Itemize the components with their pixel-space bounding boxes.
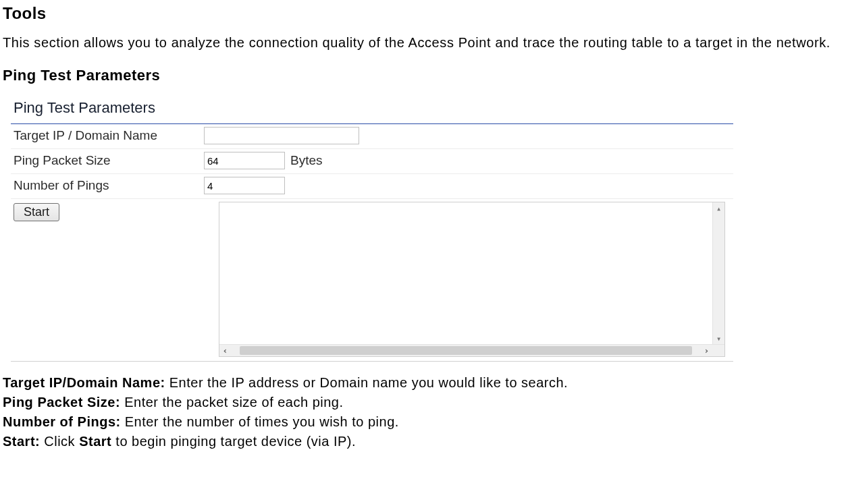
scroll-left-icon[interactable]: ‹ [219,345,231,356]
ping-results-box[interactable]: ▴ ▾ ‹ › [219,202,725,357]
desc-start-post: to begin pinging target device (via IP). [111,434,356,449]
scroll-up-icon[interactable]: ▴ [713,202,724,214]
row-target: Target IP / Domain Name [11,124,733,149]
panel-header: Ping Test Parameters [11,94,733,124]
desc-size-term: Ping Packet Size: [3,395,120,410]
row-start: Start ▴ ▾ ‹ › [11,199,733,361]
section-heading: Ping Test Parameters [3,67,843,84]
horizontal-scrollbar[interactable]: ‹ › [219,344,724,356]
scroll-down-icon[interactable]: ▾ [713,333,724,344]
desc-start-term: Start: [3,434,40,449]
desc-target: Target IP/Domain Name: Enter the IP addr… [3,375,843,391]
vertical-scrollbar[interactable]: ▴ ▾ [712,202,724,344]
packet-size-input[interactable] [204,152,285,169]
ping-test-panel: Ping Test Parameters Target IP / Domain … [11,94,733,362]
scroll-right-icon[interactable]: › [701,345,712,356]
scroll-corner [713,345,724,356]
label-packet-size: Ping Packet Size [11,149,204,172]
row-ping-count: Number of Pings [11,174,733,199]
desc-count: Number of Pings: Enter the number of tim… [3,414,843,430]
desc-start-pre: Click [40,434,79,449]
desc-count-term: Number of Pings: [3,414,121,429]
desc-start: Start: Click Start to begin pinging targ… [3,434,843,449]
desc-size-text: Enter the packet size of each ping. [120,395,343,410]
desc-target-term: Target IP/Domain Name: [3,375,165,390]
packet-size-unit: Bytes [284,149,733,172]
ping-results-text [219,202,712,344]
label-target: Target IP / Domain Name [11,124,204,147]
desc-target-text: Enter the IP address or Domain name you … [165,375,568,390]
start-button[interactable]: Start [14,203,59,221]
target-ip-input[interactable] [204,127,359,144]
page-intro: This section allows you to analyze the c… [3,35,843,51]
desc-count-text: Enter the number of times you wish to pi… [121,414,399,429]
row-packet-size: Ping Packet Size Bytes [11,149,733,174]
page-title: Tools [3,4,843,23]
desc-start-bold: Start [79,434,111,449]
desc-size: Ping Packet Size: Enter the packet size … [3,395,843,410]
panel-title: Ping Test Parameters [14,99,155,116]
label-ping-count: Number of Pings [11,174,204,197]
hscroll-thumb[interactable] [240,346,692,355]
field-descriptions: Target IP/Domain Name: Enter the IP addr… [3,375,843,449]
ping-count-input[interactable] [204,177,285,194]
